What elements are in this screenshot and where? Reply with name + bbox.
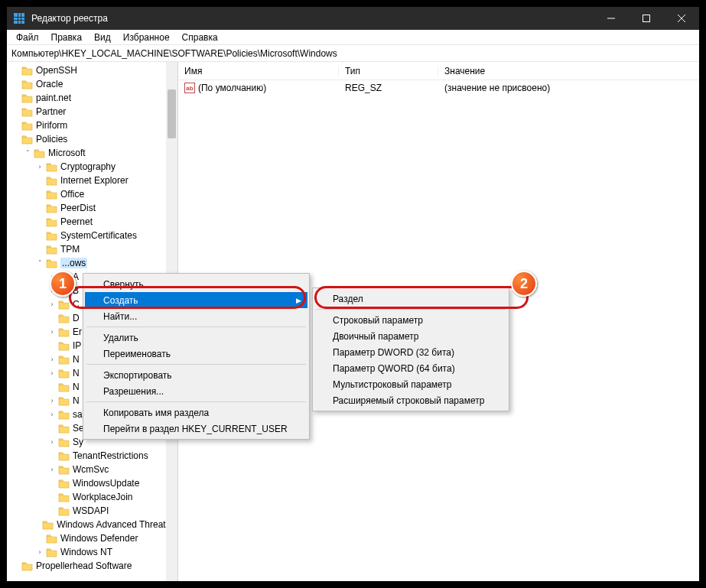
tree-expander-icon[interactable]: › xyxy=(47,397,57,404)
tree-node[interactable]: WorkplaceJoin xyxy=(7,490,177,504)
menu-view[interactable]: Вид xyxy=(88,31,117,44)
folder-icon xyxy=(57,478,70,489)
menu-file[interactable]: Файл xyxy=(10,31,45,44)
tree-expander-icon[interactable]: › xyxy=(47,328,57,336)
svg-rect-3 xyxy=(14,18,18,20)
tree-node[interactable]: Windows Defender xyxy=(7,531,177,545)
value-name: (По умолчанию) xyxy=(198,83,266,93)
ctx-create[interactable]: Создать ▶ xyxy=(85,292,307,308)
ctx-create-expand[interactable]: Расширяемый строковый параметр xyxy=(314,392,507,408)
tree-node-label: Cryptography xyxy=(60,161,115,172)
svg-rect-6 xyxy=(14,21,18,24)
menu-edit[interactable]: Правка xyxy=(45,31,89,44)
ctx-delete[interactable]: Удалить xyxy=(85,330,307,346)
tree-node-label: WorkplaceJoin xyxy=(73,492,132,502)
tree-expander-icon[interactable]: ˅ xyxy=(34,259,45,267)
tree-node[interactable]: OpenSSH xyxy=(7,63,177,77)
tree-expander-icon[interactable]: › xyxy=(47,369,57,377)
tree-node[interactable]: Piriform xyxy=(7,119,177,132)
tree-node-label: C xyxy=(73,299,80,310)
tree-node[interactable]: Policies xyxy=(7,132,177,146)
tree-node[interactable]: Internet Explorer xyxy=(7,174,177,187)
tree-node-label: paint.net xyxy=(36,93,71,103)
tree-node[interactable]: Windows Advanced Threat P xyxy=(7,518,177,531)
menu-bar: Файл Правка Вид Избранное Справка xyxy=(7,30,699,45)
tree-node[interactable]: paint.net xyxy=(7,91,177,105)
value-type: REG_SZ xyxy=(339,83,438,93)
tree-node[interactable]: SystemCertificates xyxy=(7,229,177,242)
maximize-button[interactable] xyxy=(629,7,664,30)
ctx-export[interactable]: Экспортировать xyxy=(85,367,307,383)
ctx-rename[interactable]: Переименовать xyxy=(85,346,307,362)
close-button[interactable] xyxy=(664,7,699,30)
tree-node[interactable]: ˅...ows xyxy=(7,256,177,270)
value-row-default[interactable]: ab (По умолчанию) REG_SZ (значение не пр… xyxy=(178,80,699,96)
folder-icon xyxy=(57,409,70,420)
tree-node[interactable]: ›WcmSvc xyxy=(7,463,177,476)
tree-node-label: WindowsUpdate xyxy=(73,478,139,489)
tree-expander-icon[interactable]: ˅ xyxy=(22,149,33,157)
tree-node[interactable]: WindowsUpdate xyxy=(7,476,177,490)
svg-rect-5 xyxy=(21,18,24,20)
folder-icon xyxy=(21,134,33,145)
svg-rect-2 xyxy=(21,13,24,17)
column-header-value[interactable]: Значение xyxy=(438,66,699,76)
ctx-goto-hkcu[interactable]: Перейти в раздел HKEY_CURRENT_USER xyxy=(85,421,307,437)
ctx-create-multi[interactable]: Мультистроковый параметр xyxy=(314,376,507,392)
column-header-name[interactable]: Имя xyxy=(178,66,339,76)
ctx-copy-key-name[interactable]: Копировать имя раздела xyxy=(85,404,307,421)
values-column-headers: Имя Тип Значение xyxy=(178,62,699,80)
folder-icon xyxy=(45,244,57,255)
ctx-create-binary[interactable]: Двоичный параметр xyxy=(314,328,507,344)
tree-expander-icon[interactable]: › xyxy=(47,411,57,418)
ctx-create-key[interactable]: Раздел xyxy=(314,291,507,307)
window-title: Редактор реестра xyxy=(31,13,594,24)
svg-rect-1 xyxy=(18,13,21,17)
tree-expander-icon[interactable]: › xyxy=(47,466,57,473)
folder-icon xyxy=(21,79,33,89)
tree-node[interactable]: ›Windows NT xyxy=(7,545,177,559)
tree-node-label: TenantRestrictions xyxy=(73,450,148,461)
column-header-type[interactable]: Тип xyxy=(339,66,438,76)
folder-icon xyxy=(45,547,57,557)
tree-node-label: Sy xyxy=(73,437,83,447)
tree-node[interactable]: WSDAPI xyxy=(7,504,177,518)
tree-node[interactable]: TenantRestrictions xyxy=(7,449,177,463)
tree-node[interactable]: Peernet xyxy=(7,215,177,229)
tree-node[interactable]: Partner xyxy=(7,105,177,119)
tree-node[interactable]: ›Cryptography xyxy=(7,160,177,174)
folder-icon xyxy=(57,450,70,461)
menu-help[interactable]: Справка xyxy=(176,31,224,44)
tree-node[interactable]: Office xyxy=(7,187,177,201)
tree-node[interactable]: PeerDist xyxy=(7,201,177,215)
folder-icon xyxy=(45,175,57,186)
ctx-find[interactable]: Найти... xyxy=(85,308,307,324)
ctx-create-qword[interactable]: Параметр QWORD (64 бита) xyxy=(314,360,507,376)
string-value-icon: ab xyxy=(184,83,195,93)
folder-icon xyxy=(57,423,70,434)
tree-expander-icon[interactable]: › xyxy=(34,548,45,556)
create-submenu: Раздел Строковый параметр Двоичный парам… xyxy=(312,288,509,411)
ctx-permissions[interactable]: Разрешения... xyxy=(85,383,307,399)
folder-icon xyxy=(57,505,70,516)
registry-address-bar[interactable]: Компьютер\HKEY_LOCAL_MACHINE\SOFTWARE\Po… xyxy=(7,45,699,62)
tree-expander-icon[interactable]: › xyxy=(47,438,57,446)
tree-expander-icon[interactable]: › xyxy=(34,163,45,171)
ctx-collapse[interactable]: Свернуть xyxy=(85,276,307,292)
tree-expander-icon[interactable]: › xyxy=(47,300,57,308)
ctx-create-string[interactable]: Строковый параметр xyxy=(314,312,507,328)
folder-icon xyxy=(45,203,57,213)
tree-node-label: Policies xyxy=(36,134,67,145)
folder-icon xyxy=(57,368,70,378)
tree-node-label: Oracle xyxy=(36,79,63,89)
ctx-create-dword[interactable]: Параметр DWORD (32 бита) xyxy=(314,344,507,360)
tree-node-label: Office xyxy=(60,189,84,200)
tree-node[interactable]: Oracle xyxy=(7,77,177,91)
tree-expander-icon[interactable]: › xyxy=(47,356,57,363)
tree-node[interactable]: TPM xyxy=(7,242,177,256)
tree-node[interactable]: ˅Microsoft xyxy=(7,146,177,160)
minimize-button[interactable] xyxy=(594,7,629,30)
tree-node-label: PeerDist xyxy=(60,203,96,213)
tree-node[interactable]: Propellerhead Software xyxy=(7,559,177,573)
menu-favorites[interactable]: Избранное xyxy=(117,31,176,44)
